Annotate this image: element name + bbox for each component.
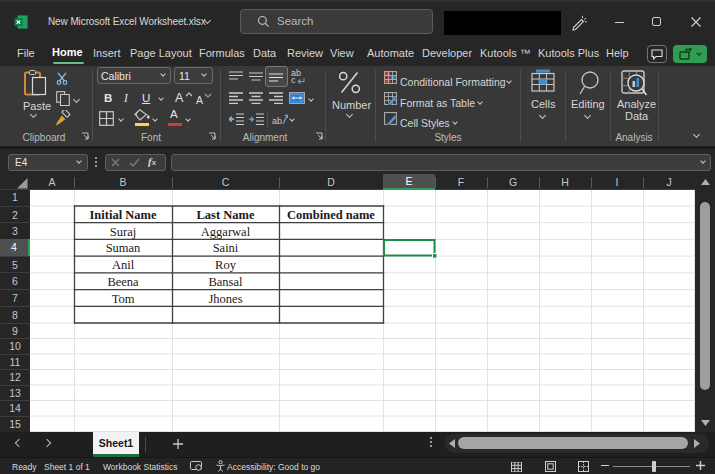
svg-text:ab: ab [272,116,282,126]
